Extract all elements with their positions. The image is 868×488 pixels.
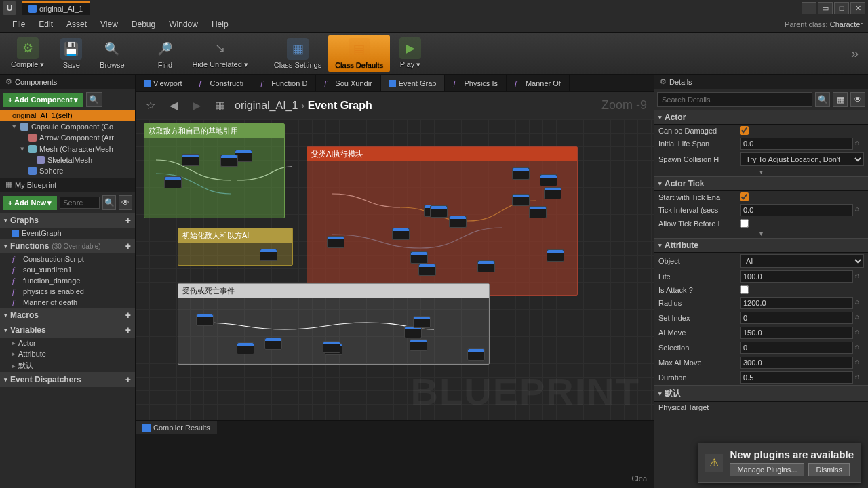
play-button[interactable]: ▶Play ▾: [390, 35, 431, 72]
details-number-input[interactable]: [740, 138, 853, 150]
functions-item[interactable]: fManner of death: [0, 297, 135, 308]
reset-button[interactable]: ⎌: [855, 343, 864, 352]
reset-button[interactable]: ⎌: [855, 272, 864, 281]
details-number-input[interactable]: [740, 270, 853, 283]
details-section[interactable]: ▾默认: [654, 385, 868, 402]
nav-back-button[interactable]: ◀: [165, 98, 182, 114]
details-matrix-button[interactable]: ▦: [833, 92, 848, 107]
window-minimize-button[interactable]: —: [802, 2, 816, 14]
details-number-input[interactable]: [740, 327, 853, 339]
comment-box[interactable]: 父类AI执行模块: [307, 146, 578, 296]
reset-button[interactable]: ⎌: [855, 358, 864, 367]
graph-node[interactable]: [547, 249, 564, 262]
details-number-input[interactable]: [740, 297, 853, 309]
dismiss-notification-button[interactable]: Dismiss: [808, 463, 850, 476]
graph-node[interactable]: [430, 205, 448, 218]
section-variables[interactable]: ▾Variables+: [0, 323, 135, 338]
details-number-input[interactable]: [740, 357, 853, 369]
details-number-input[interactable]: [740, 342, 853, 354]
my-blueprint-search-input[interactable]: [60, 197, 100, 209]
add-dispatchers-button[interactable]: +: [125, 374, 131, 385]
graph-canvas[interactable]: BLUEPRINT 获取敌方和自己的基地引用父类AI执行模块初始化敌人和以方AI…: [136, 119, 654, 420]
section-functions[interactable]: ▾Functions(30 Overridable)+: [0, 239, 135, 253]
graph-node[interactable]: [327, 236, 344, 248]
browse-button[interactable]: 🔍Browse: [92, 35, 132, 72]
details-section[interactable]: ▾Actor Tick: [654, 176, 868, 191]
component-row[interactable]: original_AI_1(self): [0, 110, 135, 121]
section-graphs[interactable]: ▾Graphs+: [0, 213, 135, 228]
graphs-item[interactable]: EventGraph: [0, 228, 135, 239]
menu-window[interactable]: Window: [162, 17, 205, 32]
compiler-clear-button[interactable]: Clea: [631, 474, 647, 483]
my-blueprint-panel-tab[interactable]: ▦ My Blueprint: [0, 178, 135, 192]
section-macros[interactable]: ▾Macros+: [0, 308, 135, 323]
my-blueprint-search-button[interactable]: 🔍: [102, 195, 116, 210]
reset-button[interactable]: ⎌: [855, 205, 864, 215]
reset-button[interactable]: ⎌: [855, 298, 864, 308]
details-panel-tab[interactable]: ⚙ Details: [654, 75, 868, 89]
comment-box[interactable]: 受伤或死亡事件: [178, 283, 490, 365]
graph-node[interactable]: [477, 260, 495, 272]
window-close-button[interactable]: ✕: [850, 2, 865, 14]
graph-node[interactable]: [467, 348, 485, 361]
editor-tab[interactable]: fFunction D: [252, 75, 316, 92]
add-new-button[interactable]: + Add New▾: [3, 196, 57, 210]
details-select[interactable]: Try To Adjust Location, Don't: [740, 152, 864, 166]
editor-tab[interactable]: fConstructi: [191, 75, 253, 92]
details-number-input[interactable]: [740, 371, 853, 384]
graph-node[interactable]: [237, 342, 254, 354]
details-view-options-button[interactable]: 👁: [850, 92, 865, 107]
variables-item[interactable]: ▸Actor: [0, 338, 135, 348]
menu-debug[interactable]: Debug: [125, 17, 162, 32]
component-row[interactable]: ▾Capsule Component (Co: [0, 121, 135, 132]
manage-plugins-button[interactable]: Manage Plugins...: [730, 463, 804, 476]
expand-advanced-button[interactable]: ▾: [654, 167, 868, 176]
details-select[interactable]: AI: [740, 254, 864, 268]
add-macros-button[interactable]: +: [125, 310, 131, 321]
details-number-input[interactable]: [740, 312, 853, 324]
save-button[interactable]: 💾Save: [51, 35, 92, 72]
graph-node[interactable]: [260, 249, 277, 261]
functions-item[interactable]: ffunction_damage: [0, 275, 135, 286]
window-restore-button[interactable]: ▭: [818, 2, 833, 14]
editor-tab[interactable]: fSou Xundir: [316, 75, 380, 92]
details-checkbox[interactable]: [740, 192, 749, 201]
graph-node[interactable]: [220, 155, 238, 167]
menu-asset[interactable]: Asset: [60, 17, 94, 32]
document-tab[interactable]: original_AI_1: [22, 1, 90, 15]
variables-item[interactable]: ▸Attribute: [0, 348, 135, 359]
class-defaults-button[interactable]: ▤Class Defaults: [328, 35, 390, 72]
reset-button[interactable]: ⎌: [855, 139, 864, 148]
my-blueprint-view-options-button[interactable]: 👁: [119, 195, 132, 210]
details-search-button[interactable]: 🔍: [815, 92, 830, 107]
reset-button[interactable]: ⎌: [855, 328, 864, 338]
graph-node[interactable]: [540, 174, 557, 186]
compile-button[interactable]: ⚙Compile ▾: [4, 35, 51, 72]
graph-node[interactable]: [410, 251, 428, 264]
components-search-button[interactable]: 🔍: [86, 92, 102, 107]
add-component-button[interactable]: + Add Component▾: [3, 93, 83, 107]
details-number-input[interactable]: [740, 204, 853, 216]
editor-tab[interactable]: fManner Of: [507, 75, 570, 92]
functions-item[interactable]: fConstructionScript: [0, 253, 135, 264]
reset-button[interactable]: ⎌: [855, 313, 864, 323]
hide-unrelated-button[interactable]: ↘Hide Unrelated ▾: [185, 35, 254, 72]
details-section[interactable]: ▾Actor: [654, 110, 868, 125]
graph-node[interactable]: [392, 228, 410, 240]
graph-node[interactable]: [544, 187, 561, 199]
favorite-button[interactable]: ☆: [142, 98, 159, 114]
comment-box[interactable]: 初始化敌人和以方AI: [178, 228, 293, 266]
section-dispatchers[interactable]: ▾Event Dispatchers+: [0, 372, 135, 387]
find-button[interactable]: 🔎Find: [144, 35, 185, 72]
add-graphs-button[interactable]: +: [125, 215, 131, 226]
class-settings-button[interactable]: ▦Class Settings: [267, 35, 328, 72]
details-checkbox[interactable]: [740, 126, 749, 135]
component-row[interactable]: SkeletalMesh: [0, 155, 135, 165]
add-functions-button[interactable]: +: [125, 241, 131, 251]
graph-node[interactable]: [164, 176, 182, 188]
details-checkbox[interactable]: [740, 219, 749, 228]
menu-view[interactable]: View: [94, 17, 125, 32]
graph-node[interactable]: [182, 154, 199, 166]
expand-advanced-button[interactable]: ▾: [654, 229, 868, 238]
variables-item[interactable]: ▸默认: [0, 359, 135, 372]
